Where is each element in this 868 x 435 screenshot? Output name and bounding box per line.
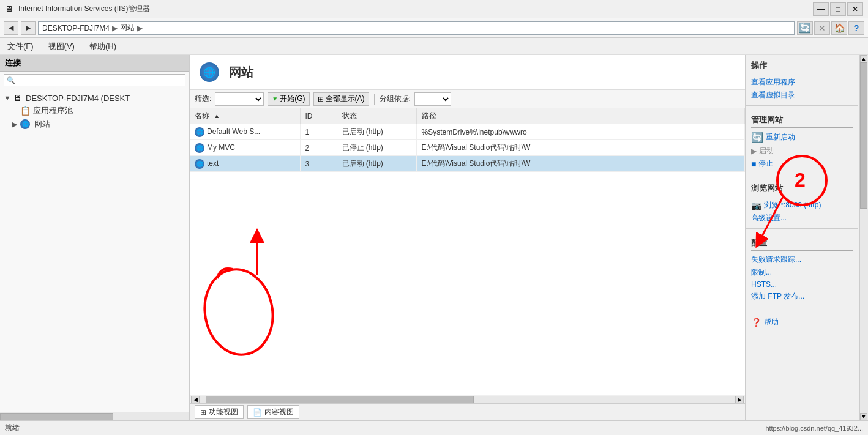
horizontal-scrollbar[interactable]: ◀ ▶ <box>190 395 745 403</box>
table-row[interactable]: 🌐My MVC 2 已停止 (http) E:\代码\Visual Studio… <box>190 140 745 156</box>
window-controls: — □ ✕ <box>813 2 863 16</box>
col-header-id[interactable]: ID <box>300 108 337 124</box>
sort-arrow-name: ▲ <box>214 113 220 119</box>
stop-toolbar-icon[interactable]: ✕ <box>814 21 830 35</box>
menu-file[interactable]: 文件(F) <box>5 40 36 53</box>
close-button[interactable]: ✕ <box>847 2 863 16</box>
filter-select[interactable] <box>215 92 264 106</box>
maximize-button[interactable]: □ <box>830 2 846 16</box>
h-scroll-right-btn[interactable]: ▶ <box>735 396 744 403</box>
h-scroll-thumb[interactable] <box>206 396 474 403</box>
status-text: 就绪 <box>5 423 20 433</box>
center-toolbar: 筛选: ▼ 开始(G) ⊞ 全部显示(A) 分组依据: <box>190 90 745 108</box>
help-link[interactable]: ❓ 帮助 <box>751 316 853 329</box>
title-bar: 🖥 Internet Information Services (IIS)管理器… <box>0 0 868 18</box>
h-scroll-left-btn[interactable]: ◀ <box>191 396 200 403</box>
tree-item-desktop[interactable]: ▼ 🖥 DESKTOP-FDJI7M4 (DESKT <box>0 92 189 104</box>
address-segment-2: 网站 <box>120 23 135 33</box>
stop-icon: ■ <box>751 159 756 169</box>
refresh-toolbar-icon[interactable]: 🔄 <box>797 21 813 35</box>
address-input[interactable]: DESKTOP-FDJI7M4 ▶ 网站 ▶ <box>38 21 795 35</box>
toolbar-icons: 🔄 ✕ 🏠 ? <box>797 21 864 35</box>
right-scrollbar[interactable]: ▲ ▼ <box>859 55 868 420</box>
restart-icon: 🔄 <box>751 132 763 143</box>
tree-toggle-desktop[interactable]: ▼ <box>2 94 12 102</box>
limits-link[interactable]: 限制... <box>751 266 853 279</box>
browse-8080-label: 浏览 *:8080 (http) <box>764 200 821 210</box>
failed-requests-link[interactable]: 失败请求跟踪... <box>751 253 853 266</box>
start-icon: ▶ <box>751 147 757 155</box>
tree-item-apppools[interactable]: 📋 应用程序池 <box>0 104 189 117</box>
h-scroll-track <box>200 396 735 403</box>
browse-8080-link[interactable]: 📷 浏览 *:8080 (http) <box>751 199 853 212</box>
site-path-3: E:\代码\Visual Studio代码\临时\W <box>416 156 745 172</box>
group-select[interactable] <box>414 92 451 106</box>
site-icon-1: 🌐 <box>195 127 204 137</box>
view-apps-link[interactable]: 查看应用程序 <box>751 76 853 89</box>
menu-help[interactable]: 帮助(H) <box>87 40 119 53</box>
actions-top-section: 操作 查看应用程序 查看虚拟目录 <box>746 55 858 102</box>
site-status-3: 已启动 (http) <box>337 156 416 172</box>
group-label: 分组依据: <box>380 94 411 104</box>
table-row[interactable]: 🌐text 3 已启动 (http) E:\代码\Visual Studio代码… <box>190 156 745 172</box>
site-id-1: 1 <box>300 124 337 140</box>
browse-icon: 📷 <box>751 201 761 210</box>
center-panel: 🌐 网站 筛选: ▼ 开始(G) ⊞ 全部显示(A) 分组依据: <box>190 55 746 420</box>
advanced-settings-link[interactable]: 高级设置... <box>751 212 853 225</box>
tree-icon-apppools: 📋 <box>20 106 31 116</box>
center-title: 网站 <box>229 64 253 81</box>
tree-item-sites[interactable]: ▶ 🌐 网站 <box>0 117 189 131</box>
tree-icon-sites: 🌐 <box>20 119 31 129</box>
divider-3 <box>746 228 858 229</box>
start-filter-icon: ▼ <box>272 95 278 102</box>
site-name-1: 🌐Default Web S... <box>190 124 300 140</box>
browse-section: 浏览网站 📷 浏览 *:8080 (http) 高级设置... <box>746 178 858 225</box>
right-scroll-down-btn[interactable]: ▼ <box>860 413 867 420</box>
site-icon-3: 🌐 <box>195 159 204 169</box>
view-vdirs-link[interactable]: 查看虚拟目录 <box>751 89 853 102</box>
forward-button[interactable]: ▶ <box>21 21 36 35</box>
col-header-status[interactable]: 状态 <box>337 108 416 124</box>
tree-label-sites: 网站 <box>34 119 50 130</box>
center-header-icon: 🌐 <box>200 62 219 82</box>
feature-view-icon: ⊞ <box>200 408 206 417</box>
add-ftp-link[interactable]: 添加 FTP 发布... <box>751 290 853 303</box>
col-header-name[interactable]: 名称 ▲ <box>190 108 300 124</box>
browse-title: 浏览网站 <box>751 183 853 196</box>
site-name-3: 🌐text <box>190 156 300 172</box>
tree-icon-desktop: 🖥 <box>12 93 23 103</box>
app-icon: 🖥 <box>5 4 15 14</box>
right-scroll-up-btn[interactable]: ▲ <box>860 55 867 62</box>
help-toolbar-icon[interactable]: ? <box>848 21 864 35</box>
help-label: 帮助 <box>764 317 779 327</box>
manage-section: 管理网站 🔄 重新启动 ▶ 启动 ■ 停止 <box>746 110 858 170</box>
right-panel-content: 操作 查看应用程序 查看虚拟目录 管理网站 🔄 重新启动 ▶ 启动 <box>746 55 868 329</box>
home-toolbar-icon[interactable]: 🏠 <box>831 21 847 35</box>
table-row[interactable]: 🌐Default Web S... 1 已启动 (http) %SystemDr… <box>190 124 745 140</box>
left-scrollbar[interactable] <box>0 412 189 420</box>
start-link: ▶ 启动 <box>751 144 853 157</box>
col-header-path[interactable]: 路径 <box>416 108 745 124</box>
tab-content-view[interactable]: 📄 内容视图 <box>247 405 299 419</box>
site-name-2: 🌐My MVC <box>190 140 300 156</box>
minimize-button[interactable]: — <box>813 2 829 16</box>
show-all-button[interactable]: ⊞ 全部显示(A) <box>313 92 369 106</box>
restart-label: 重新启动 <box>766 132 795 143</box>
show-all-label: 全部显示(A) <box>326 94 365 104</box>
show-all-icon: ⊞ <box>318 95 324 103</box>
right-scroll-thumb[interactable] <box>860 62 867 209</box>
tab-feature-view[interactable]: ⊞ 功能视图 <box>195 405 244 419</box>
search-placeholder: 🔍 <box>7 76 15 84</box>
menu-view[interactable]: 视图(V) <box>46 40 77 53</box>
tree-label-apppools: 应用程序池 <box>33 105 73 116</box>
stop-link[interactable]: ■ 停止 <box>751 157 853 170</box>
hsts-link[interactable]: HSTS... <box>751 279 853 290</box>
content-view-icon: 📄 <box>253 408 262 417</box>
search-input[interactable] <box>15 76 182 84</box>
back-button[interactable]: ◀ <box>4 21 18 35</box>
left-scroll-thumb[interactable] <box>0 413 113 420</box>
tree-toggle-sites[interactable]: ▶ <box>10 121 20 128</box>
address-segment-1: DESKTOP-FDJI7M4 <box>42 24 110 32</box>
start-button[interactable]: ▼ 开始(G) <box>268 92 309 106</box>
restart-link[interactable]: 🔄 重新启动 <box>751 130 853 144</box>
